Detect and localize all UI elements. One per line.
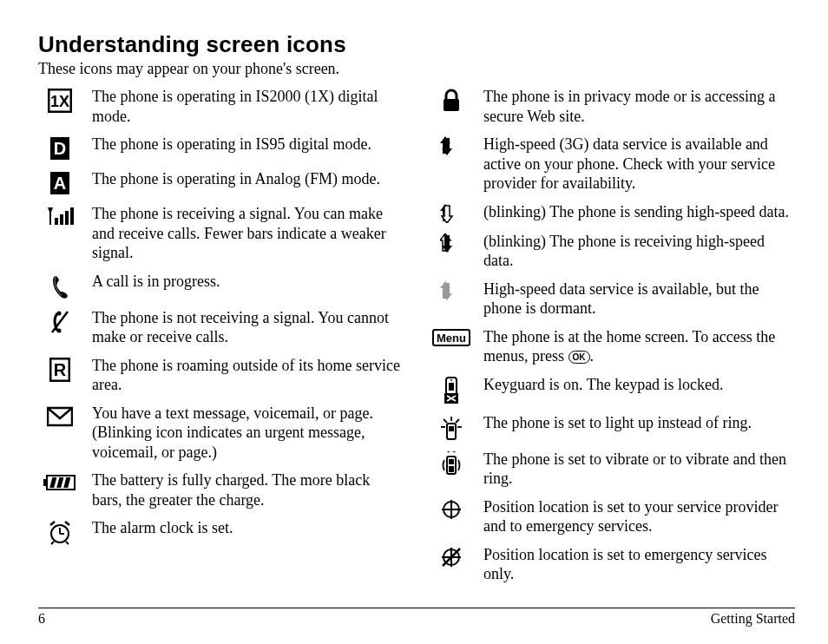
- 1x-icon: [48, 89, 72, 113]
- entry-desc: The phone is at the home screen. To acce…: [483, 327, 795, 366]
- right-column: The phone is in privacy mode or is acces…: [430, 87, 795, 593]
- keyguard-icon: [443, 377, 460, 404]
- entry-desc: The phone is set to light up instead of …: [483, 413, 795, 433]
- entry-desc: Position location is set to your service…: [483, 497, 795, 536]
- message-icon: [47, 405, 73, 428]
- section-name: Getting Started: [711, 611, 795, 627]
- entry-desc: (blinking) The phone is receiving high-s…: [483, 232, 795, 271]
- entry-desc: The phone is not receiving a signal. You…: [92, 308, 404, 347]
- location-full-icon: [441, 499, 462, 520]
- entry-desc: The phone is operating in IS95 digital m…: [92, 135, 404, 154]
- page-number: 6: [38, 611, 45, 627]
- menu-desc-after: .: [590, 347, 595, 365]
- lock-icon: [441, 89, 462, 113]
- no-signal-icon: [50, 310, 69, 334]
- left-column: The phone is operating in IS2000 (1X) di…: [38, 87, 404, 593]
- entry-desc: The phone is operating in Analog (FM) mo…: [92, 169, 404, 189]
- entry-desc: High-speed (3G) data service is availabl…: [483, 135, 795, 194]
- entry-desc: You have a text message, voicemail, or p…: [92, 404, 404, 463]
- battery-icon: [43, 472, 76, 493]
- r-icon: [49, 358, 70, 382]
- entry-desc: The phone is set to vibrate or to vibrat…: [483, 450, 795, 489]
- d-icon: [49, 136, 70, 161]
- page: Understanding screen icons These icons m…: [0, 0, 828, 644]
- entry-desc: (blinking) The phone is sending high-spe…: [483, 202, 795, 222]
- entry-desc: The phone is receiving a signal. You can…: [92, 204, 404, 263]
- alarm-icon: [48, 520, 72, 546]
- page-footer: 6 Getting Started: [38, 608, 795, 627]
- recv-data-icon: [440, 233, 463, 253]
- dormant-data-icon: [440, 281, 463, 300]
- a-icon: [49, 171, 70, 195]
- entry-desc: The phone is in privacy mode or is acces…: [483, 87, 795, 126]
- vibrate-icon: [440, 451, 463, 477]
- page-title: Understanding screen icons: [38, 31, 795, 58]
- intro-text: These icons may appear on your phone's s…: [38, 60, 795, 78]
- ok-icon: OK: [568, 351, 590, 364]
- entry-desc: The battery is fully charged. The more b…: [92, 470, 404, 509]
- entry-desc: The phone is roaming outside of its home…: [92, 356, 404, 395]
- entry-desc: Keyguard is on. The keypad is locked.: [483, 375, 795, 395]
- menu-icon: [432, 329, 470, 346]
- entry-desc: High-speed data service is available, bu…: [483, 279, 795, 319]
- location-emerg-icon: [441, 547, 462, 568]
- entry-desc: A call is in progress.: [92, 272, 404, 292]
- send-data-icon: [440, 204, 463, 223]
- entry-desc: Position location is set to emergency se…: [483, 545, 795, 584]
- call-icon: [49, 273, 70, 299]
- menu-desc-before: The phone is at the home screen. To acce…: [483, 328, 775, 365]
- entry-desc: The alarm clock is set.: [92, 518, 404, 538]
- signal-icon: [45, 206, 75, 227]
- light-ring-icon: [439, 415, 463, 441]
- 3g-icon: [440, 136, 463, 155]
- entry-desc: The phone is operating in IS2000 (1X) di…: [92, 87, 404, 126]
